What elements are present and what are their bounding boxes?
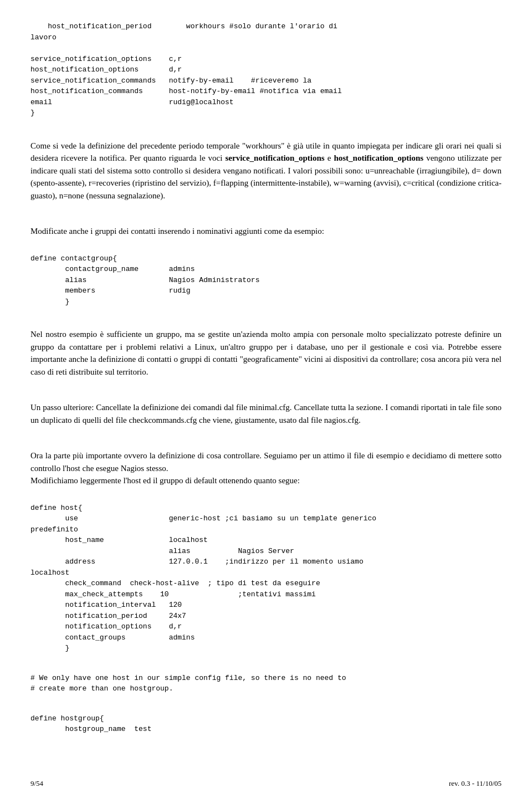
code-hostgroup-define: define hostgroup{ hostgroup_name test <box>30 713 502 735</box>
page-number: 9/54 <box>30 779 43 788</box>
footer: 9/54 rev. 0.3 - 11/10/05 <box>0 779 532 788</box>
code-comment: # We only have one host in our simple co… <box>30 673 502 694</box>
paragraph-3: Nel nostro esempio è sufficiente un grup… <box>30 328 502 378</box>
paragraph-5: Ora la parte più importante ovvero la de… <box>30 449 502 487</box>
paragraph-1: Come si vede la definizione del preceden… <box>30 140 502 202</box>
code-contactgroup: define contactgroup{ contactgroup_name a… <box>30 253 502 308</box>
page: host_notification_period workhours #solo… <box>0 0 532 798</box>
paragraph-4: Un passo ulteriore: Cancellate la defini… <box>30 401 502 426</box>
version-label: rev. 0.3 - 11/10/05 <box>449 779 502 788</box>
paragraph-2: Modificate anche i gruppi dei contatti i… <box>30 225 502 238</box>
code-host-define: define host{ use generic-host ;ci basiam… <box>30 503 502 654</box>
code-top-block: host_notification_period workhours #solo… <box>30 21 502 119</box>
